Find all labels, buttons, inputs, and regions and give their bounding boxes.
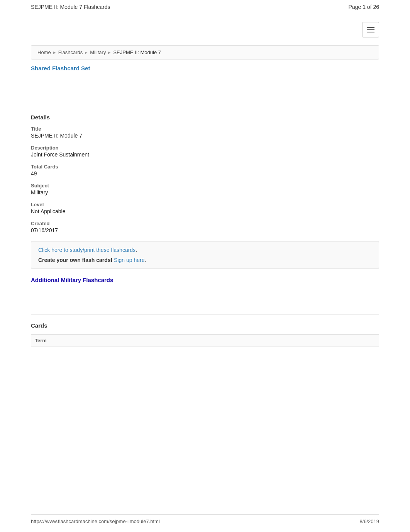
breadcrumb-sep-2: ▸	[85, 49, 88, 55]
detail-created-label: Created	[31, 221, 379, 226]
breadcrumb-sep-3: ▸	[108, 49, 111, 55]
hamburger-line-1	[367, 27, 374, 28]
detail-created-row: Created 07/16/2017	[31, 221, 379, 233]
sign-up-link[interactable]: Sign up here	[114, 257, 144, 263]
page-header: SEJPME II: Module 7 Flashcards Page 1 of…	[0, 0, 410, 14]
breadcrumb-current: SEJPME II: Module 7	[113, 49, 161, 55]
hamburger-menu-button[interactable]	[362, 22, 379, 37]
detail-subject-value: Military	[31, 189, 379, 195]
main-content: Home ▸ Flashcards ▸ Military ▸ SEJPME II…	[0, 41, 410, 362]
detail-total-cards-label: Total Cards	[31, 164, 379, 170]
menu-bar-area	[0, 14, 410, 41]
detail-title-value: SEJPME II: Module 7	[31, 133, 379, 139]
breadcrumb-sep-1: ▸	[53, 49, 56, 55]
cards-table-header-row: Term	[31, 335, 379, 347]
detail-subject-row: Subject Military	[31, 183, 379, 195]
hamburger-line-3	[367, 32, 374, 32]
footer-url: https://www.flashcardmachine.com/sejpme-…	[31, 518, 160, 524]
detail-title-row: Title SEJPME II: Module 7	[31, 126, 379, 139]
cards-column-term: Term	[31, 335, 379, 347]
detail-total-cards-row: Total Cards 49	[31, 164, 379, 177]
hamburger-line-2	[367, 29, 374, 30]
shared-flashcard-set-title: Shared Flashcard Set	[31, 65, 379, 71]
detail-created-value: 07/16/2017	[31, 227, 379, 233]
detail-description-row: Description Joint Force Sustainment	[31, 145, 379, 158]
breadcrumb: Home ▸ Flashcards ▸ Military ▸ SEJPME II…	[31, 45, 379, 59]
detail-total-cards-value: 49	[31, 170, 379, 177]
info-box-line2-suffix: .	[144, 257, 146, 263]
info-box-line-2: Create your own flash cards! Sign up her…	[38, 257, 372, 263]
page-number: Page 1 of 26	[349, 4, 379, 10]
page-footer: https://www.flashcardmachine.com/sejpme-…	[31, 514, 379, 524]
info-box: Click here to study/print these flashcar…	[31, 241, 379, 269]
details-heading: Details	[31, 114, 379, 121]
footer-date: 8/6/2019	[359, 518, 379, 524]
detail-subject-label: Subject	[31, 183, 379, 189]
details-section: Details Title SEJPME II: Module 7 Descri…	[31, 114, 379, 233]
breadcrumb-flashcards[interactable]: Flashcards	[58, 49, 83, 55]
detail-title-label: Title	[31, 126, 379, 132]
study-print-link[interactable]: Click here to study/print these flashcar…	[38, 247, 136, 253]
detail-level-label: Level	[31, 202, 379, 207]
detail-level-row: Level Not Applicable	[31, 202, 379, 214]
detail-description-value: Joint Force Sustainment	[31, 151, 379, 158]
breadcrumb-home[interactable]: Home	[37, 49, 51, 55]
additional-military-flashcards-link[interactable]: Additional Military Flashcards	[31, 277, 113, 283]
cards-table: Term	[31, 334, 379, 347]
section-divider	[31, 314, 379, 314]
cards-section: Cards Term	[31, 322, 379, 347]
detail-level-value: Not Applicable	[31, 208, 379, 214]
breadcrumb-military[interactable]: Military	[90, 49, 106, 55]
cards-heading: Cards	[31, 322, 379, 329]
detail-description-label: Description	[31, 145, 379, 151]
create-own-text: Create your own flash cards!	[38, 257, 114, 263]
page-title: SEJPME II: Module 7 Flashcards	[31, 4, 110, 10]
info-box-line-1: Click here to study/print these flashcar…	[38, 247, 372, 253]
info-box-line1-suffix: .	[136, 247, 137, 253]
